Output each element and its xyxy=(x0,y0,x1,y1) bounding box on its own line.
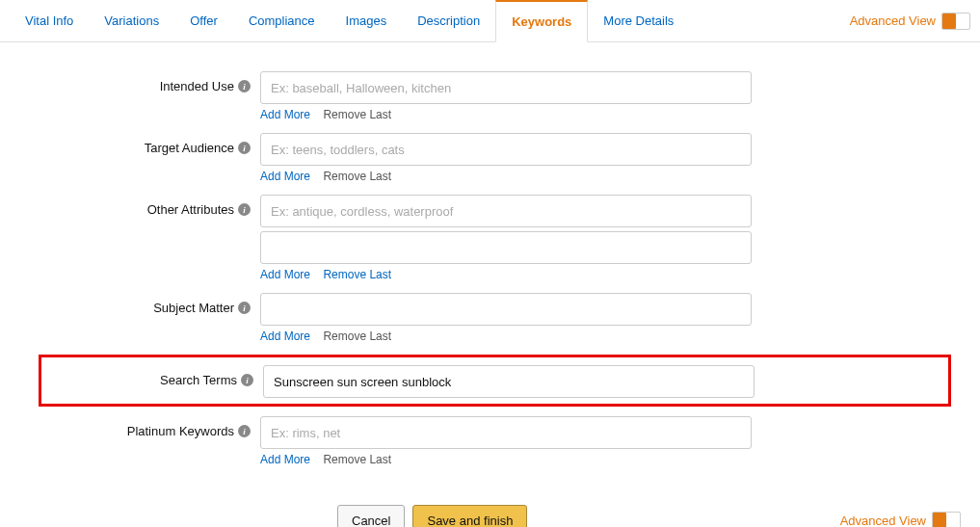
input-target-audience[interactable] xyxy=(260,133,752,166)
advanced-view-top: Advanced View xyxy=(850,13,970,30)
row-platinum-keywords: Platinum Keywords i Add More Remove Last xyxy=(87,416,893,472)
add-more-link[interactable]: Add More xyxy=(260,170,310,183)
row-intended-use: Intended Use i Add More Remove Last xyxy=(87,71,893,127)
input-platinum-keywords[interactable] xyxy=(260,416,752,449)
remove-last-link[interactable]: Remove Last xyxy=(323,453,391,466)
tab-compliance[interactable]: Compliance xyxy=(233,0,331,42)
info-icon[interactable]: i xyxy=(238,142,251,154)
tab-images[interactable]: Images xyxy=(331,0,403,42)
tab-description[interactable]: Description xyxy=(402,0,495,42)
bottom-bar: Cancel Save and finish Advanced View xyxy=(0,497,980,527)
advanced-view-bottom: Advanced View xyxy=(840,512,961,527)
label-subject-matter: Subject Matter i xyxy=(87,293,260,315)
label-other-attributes: Other Attributes i xyxy=(87,195,260,217)
input-intended-use[interactable] xyxy=(260,71,752,104)
remove-last-link[interactable]: Remove Last xyxy=(323,329,391,343)
tabs-bar: Vital Info Variations Offer Compliance I… xyxy=(0,0,980,42)
remove-last-link[interactable]: Remove Last xyxy=(323,268,391,281)
add-more-link[interactable]: Add More xyxy=(260,108,310,121)
input-search-terms[interactable] xyxy=(263,365,755,398)
tab-keywords[interactable]: Keywords xyxy=(495,0,588,42)
row-subject-matter: Subject Matter i Add More Remove Last xyxy=(87,293,893,349)
info-icon[interactable]: i xyxy=(238,203,251,216)
cancel-button[interactable]: Cancel xyxy=(337,505,405,527)
label-intended-use: Intended Use i xyxy=(87,71,260,93)
info-icon[interactable]: i xyxy=(238,425,251,437)
info-icon[interactable]: i xyxy=(238,302,251,314)
tab-offer[interactable]: Offer xyxy=(174,0,233,42)
advanced-view-label: Advanced View xyxy=(850,13,936,28)
advanced-view-toggle[interactable] xyxy=(941,13,970,30)
info-icon[interactable]: i xyxy=(238,80,251,92)
add-more-link[interactable]: Add More xyxy=(260,268,310,281)
input-subject-matter[interactable] xyxy=(260,293,752,326)
keywords-form: Intended Use i Add More Remove Last Targ… xyxy=(0,42,980,497)
label-search-terms: Search Terms i xyxy=(51,365,263,387)
tab-more-details[interactable]: More Details xyxy=(588,0,689,42)
add-more-link[interactable]: Add More xyxy=(260,453,310,466)
row-target-audience: Target Audience i Add More Remove Last xyxy=(87,133,893,189)
remove-last-link[interactable]: Remove Last xyxy=(323,108,391,121)
label-platinum-keywords: Platinum Keywords i xyxy=(87,416,260,438)
save-button[interactable]: Save and finish xyxy=(412,505,527,527)
row-other-attributes: Other Attributes i Add More Remove Last xyxy=(87,195,893,287)
add-more-link[interactable]: Add More xyxy=(260,329,310,343)
input-other-attributes-2[interactable] xyxy=(260,231,752,264)
remove-last-link[interactable]: Remove Last xyxy=(323,170,391,183)
advanced-view-label: Advanced View xyxy=(840,514,926,528)
input-other-attributes-1[interactable] xyxy=(260,195,752,227)
tab-vital-info[interactable]: Vital Info xyxy=(10,0,89,42)
row-search-terms: Search Terms i xyxy=(39,355,951,407)
info-icon[interactable]: i xyxy=(241,374,253,386)
advanced-view-toggle[interactable] xyxy=(932,512,961,527)
tab-variations[interactable]: Variations xyxy=(89,0,174,42)
label-target-audience: Target Audience i xyxy=(87,133,260,155)
